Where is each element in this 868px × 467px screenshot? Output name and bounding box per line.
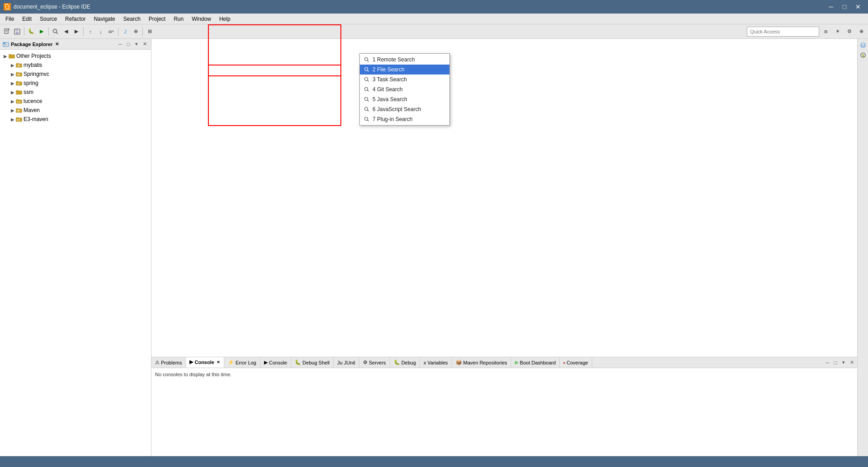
svg-text:EE: EE <box>861 44 865 47</box>
sidebar-debug-icon[interactable]: 🐛 <box>859 51 868 60</box>
maven-folder-icon: Mv <box>16 107 22 113</box>
expand-arrow-mybatis: ▶ <box>11 63 14 68</box>
menu-help[interactable]: Help <box>216 14 234 24</box>
perspectives-button[interactable]: ⊞ <box>821 27 831 37</box>
new-button[interactable] <box>2 27 12 37</box>
toolbar-last-edit[interactable] <box>106 27 116 37</box>
open-perspective[interactable]: ☀ <box>833 27 843 37</box>
debug-icon: 🐛 <box>394 360 400 365</box>
panel-title: Package Explorer ✕ <box>3 41 59 47</box>
main-layout: Package Explorer ✕ ─ □ ▾ ✕ ▶ Other Proje… <box>0 39 868 456</box>
close-button[interactable]: ✕ <box>852 2 864 11</box>
menu-refactor[interactable]: Refactor <box>61 14 89 24</box>
svg-line-31 <box>368 90 369 92</box>
menu-navigate[interactable]: Navigate <box>90 14 118 24</box>
search-item-6-js[interactable]: 6 JavaScript Search <box>360 104 449 114</box>
toolbar-open-type[interactable]: ⊕ <box>131 27 141 37</box>
annotation-toolbar <box>208 24 341 126</box>
toolbar-maximize[interactable]: ⊞ <box>145 27 155 37</box>
tab-debug[interactable]: 🐛 Debug <box>390 357 420 368</box>
menu-search[interactable]: Search <box>120 14 144 24</box>
tab-boot-dashboard[interactable]: ▶ Boot Dashboard <box>511 357 560 368</box>
svg-point-26 <box>365 68 368 71</box>
sidebar-java-ee[interactable]: EE <box>859 41 868 50</box>
menu-file[interactable]: File <box>2 14 18 24</box>
tree-item-lucence[interactable]: ▶ Lu lucence <box>0 97 151 106</box>
search-item-3-task[interactable]: 3 Task Search <box>360 75 449 84</box>
menu-project[interactable]: Project <box>145 14 169 24</box>
tab-error-log[interactable]: ⚡ Error Log <box>224 357 260 368</box>
tree-item-mybatis[interactable]: ▶ M mybatis <box>0 61 151 70</box>
folder-icon <box>9 53 15 59</box>
right-sidebar: EE 🐛 <box>857 39 868 456</box>
svg-line-27 <box>368 70 369 72</box>
menu-run[interactable]: Run <box>170 14 187 24</box>
tree-item-spring[interactable]: ▶ S spring <box>0 79 151 88</box>
minimize-button[interactable]: ─ <box>825 2 837 11</box>
toolbar-forward[interactable]: ▶ <box>71 27 81 37</box>
toolbar-sep-5 <box>142 27 143 36</box>
search-item-7-plugin[interactable]: 7 Plug-in Search <box>360 114 449 124</box>
toolbar-new-java[interactable]: J <box>120 27 130 37</box>
svg-point-34 <box>365 107 368 111</box>
plugin-search-icon <box>363 116 370 122</box>
search-item-2-file[interactable]: 2 File Search <box>360 65 449 75</box>
tab-debug-shell[interactable]: 🐛 Debug Shell <box>291 357 334 368</box>
toolbar-sep-3 <box>83 27 84 36</box>
debug-button[interactable]: 🐛 <box>26 27 36 37</box>
tab-coverage[interactable]: ▪ Coverage <box>560 357 592 368</box>
tab-junit[interactable]: Ju JUnit <box>334 357 359 368</box>
svg-line-37 <box>368 120 369 121</box>
bottom-minimize[interactable]: ─ <box>824 359 831 366</box>
search-item-1-remote[interactable]: 1 Remote Search <box>360 55 449 65</box>
tree-item-springmvc[interactable]: ▶ Sp Springmvc <box>0 70 151 79</box>
e3maven-folder-icon: E3 <box>16 117 22 122</box>
e3maven-label: E3-maven <box>24 116 48 122</box>
panel-menu[interactable]: ▾ <box>133 41 140 48</box>
svg-point-24 <box>365 58 368 61</box>
tab-maven-repos[interactable]: 📦 Maven Repositories <box>452 357 511 368</box>
panel-close-icon[interactable]: ✕ <box>55 42 59 47</box>
bottom-close[interactable]: ✕ <box>848 359 855 366</box>
console-close-icon[interactable]: ✕ <box>217 360 220 364</box>
toolbar-extra1[interactable]: ⚙ <box>844 27 854 37</box>
maven-repos-icon: 📦 <box>456 360 462 365</box>
svg-text:S: S <box>18 82 19 85</box>
tab-console2[interactable]: ▶ Console <box>260 357 291 368</box>
save-button[interactable] <box>12 27 22 37</box>
tab-problems[interactable]: ⚠ Problems <box>151 357 186 368</box>
tab-console[interactable]: ▶ Console ✕ <box>186 357 224 368</box>
panel-close[interactable]: ✕ <box>141 41 148 48</box>
tree-item-maven[interactable]: ▶ Mv Maven <box>0 106 151 115</box>
menu-source[interactable]: Source <box>36 14 61 24</box>
bottom-menu[interactable]: ▾ <box>840 359 847 366</box>
tree-item-ssm[interactable]: ▶ ssm <box>0 88 151 97</box>
search-item-4-git[interactable]: 4 Git Search <box>360 84 449 94</box>
tree-item-other-projects[interactable]: ▶ Other Projects <box>0 51 151 61</box>
search-open-button[interactable] <box>51 27 61 37</box>
title-bar-left: document_eclipse - Eclipse IDE <box>4 3 90 10</box>
bottom-maximize[interactable]: □ <box>832 359 839 366</box>
panel-maximize[interactable]: □ <box>125 41 132 48</box>
svg-point-10 <box>53 29 57 33</box>
toolbar-extra2[interactable]: ⊕ <box>856 27 866 37</box>
menu-window[interactable]: Window <box>188 14 215 24</box>
bottom-panel: ⚠ Problems ▶ Console ✕ ⚡ Error Log ▶ C <box>151 357 857 456</box>
toolbar-back[interactable]: ◀ <box>61 27 71 37</box>
toolbar-next[interactable]: ↓ <box>96 27 106 37</box>
panel-minimize[interactable]: ─ <box>117 41 124 48</box>
search-item-5-java[interactable]: 5 Java Search <box>360 94 449 104</box>
tab-variables[interactable]: x Variables <box>420 357 452 368</box>
tab-servers[interactable]: ⚙ Servers <box>359 357 390 368</box>
quick-access-input[interactable] <box>747 27 819 37</box>
coverage-icon: ▪ <box>563 360 565 365</box>
menu-edit[interactable]: Edit <box>19 14 35 24</box>
left-panel: Package Explorer ✕ ─ □ ▾ ✕ ▶ Other Proje… <box>0 39 151 456</box>
toolbar-prev[interactable]: ↑ <box>85 27 95 37</box>
tree-item-e3maven[interactable]: ▶ E3 E3-maven <box>0 115 151 124</box>
mybatis-label: mybatis <box>24 62 42 68</box>
run-button[interactable]: ▶ <box>37 27 47 37</box>
console-message: No consoles to display at this time. <box>155 372 231 377</box>
expand-arrow-ssm: ▶ <box>11 90 14 95</box>
maximize-button[interactable]: □ <box>838 2 851 11</box>
